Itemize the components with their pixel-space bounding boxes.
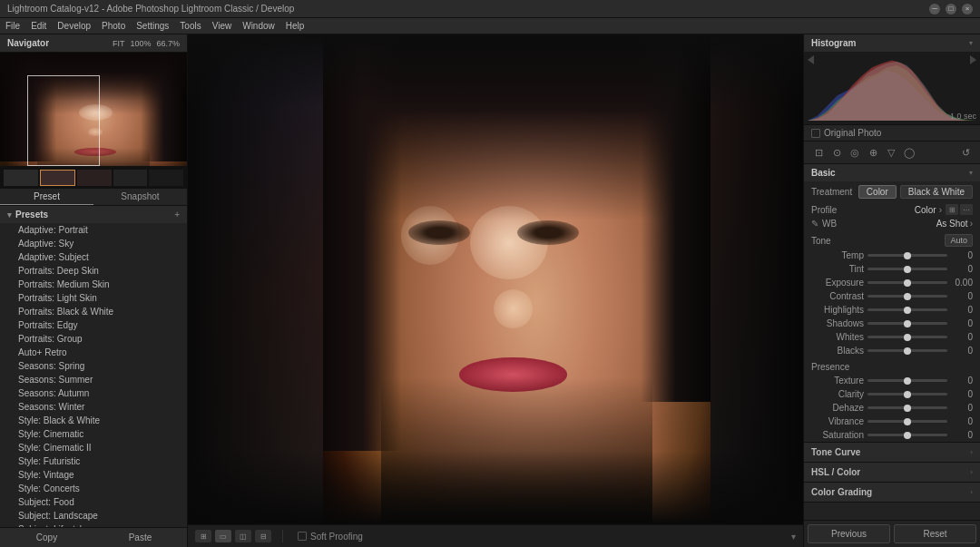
exposure-thumb[interactable] <box>904 279 911 287</box>
texture-thumb[interactable] <box>904 377 911 385</box>
preset-portraits-edgy[interactable]: Portraits: Edgy <box>0 318 187 332</box>
paste-button[interactable]: Paste <box>93 528 187 547</box>
menu-develop[interactable]: Develop <box>57 21 91 31</box>
original-photo-checkbox[interactable] <box>811 129 820 138</box>
clarity-slider[interactable] <box>867 393 947 396</box>
highlights-thumb[interactable] <box>904 307 911 314</box>
soft-proofing-toggle[interactable]: Soft Proofing <box>298 532 363 542</box>
zoom-fit[interactable]: FIT <box>113 39 125 48</box>
menu-edit[interactable]: Edit <box>31 21 46 31</box>
spot-removal-tool[interactable]: ⊙ <box>828 145 846 160</box>
hsl-color-section[interactable]: HSL / Color › <box>804 463 980 483</box>
preset-style-vintage[interactable]: Style: Vintage <box>0 468 187 482</box>
texture-slider[interactable] <box>867 379 947 382</box>
basic-header[interactable]: Basic ▾ <box>804 164 980 181</box>
preset-portraits-medium[interactable]: Portraits: Medium Skin <box>0 278 187 291</box>
expand-button[interactable]: ▾ <box>791 532 796 542</box>
preset-adaptive-subject[interactable]: Adaptive: Subject <box>0 250 187 264</box>
minimize-button[interactable]: ─ <box>929 4 940 15</box>
menu-file[interactable]: File <box>5 21 20 31</box>
whites-slider[interactable] <box>867 336 947 338</box>
tone-curve-section[interactable]: Tone Curve › <box>804 443 980 463</box>
loupe-view-icon[interactable]: ▭ <box>215 530 231 542</box>
preset-style-bw[interactable]: Style: Black & White <box>0 414 187 427</box>
reset-button[interactable]: Reset <box>894 524 976 543</box>
soft-proofing-checkbox[interactable] <box>298 532 307 541</box>
treatment-bw-btn[interactable]: Black & White <box>900 185 973 199</box>
dehaze-slider[interactable] <box>867 406 947 409</box>
shadows-slider[interactable] <box>867 322 947 325</box>
preset-subject-landscape[interactable]: Subject: Landscape <box>0 509 187 523</box>
wb-eyedropper-icon[interactable]: ✎ <box>811 219 818 229</box>
preset-seasons-autumn[interactable]: Seasons: Autumn <box>0 386 187 400</box>
film-item-5[interactable] <box>149 170 183 186</box>
histogram-header[interactable]: Histogram ▾ <box>804 34 980 52</box>
temp-thumb[interactable] <box>904 252 911 259</box>
presets-header[interactable]: ▾ Presets + <box>0 206 187 223</box>
tint-slider[interactable] <box>867 268 947 270</box>
preset-seasons-winter[interactable]: Seasons: Winter <box>0 400 187 414</box>
compare-view-icon[interactable]: ◫ <box>235 530 251 542</box>
vibrance-thumb[interactable] <box>904 418 911 425</box>
original-photo-row[interactable]: Original Photo <box>804 125 980 142</box>
tint-thumb[interactable] <box>904 266 911 273</box>
graduated-filter-tool[interactable]: ▽ <box>882 145 900 160</box>
blacks-thumb[interactable] <box>904 347 911 355</box>
preset-style-concerts[interactable]: Style: Concerts <box>0 482 187 495</box>
preset-portraits-bw[interactable]: Portraits: Black & White <box>0 305 187 318</box>
preset-adaptive-portrait[interactable]: Adaptive: Portrait <box>0 223 187 237</box>
menu-window[interactable]: Window <box>242 21 275 31</box>
profile-grid-icon[interactable]: ⊞ <box>946 204 958 215</box>
vibrance-slider[interactable] <box>867 420 947 423</box>
profile-settings-icon[interactable]: ⋯ <box>960 204 973 215</box>
menu-photo[interactable]: Photo <box>102 21 125 31</box>
menu-view[interactable]: View <box>212 21 232 31</box>
blacks-slider[interactable] <box>867 349 947 352</box>
film-item-4[interactable] <box>113 170 148 186</box>
film-item-1[interactable] <box>4 170 38 186</box>
preset-portraits-light[interactable]: Portraits: Light Skin <box>0 291 187 305</box>
temp-slider[interactable] <box>867 254 947 257</box>
clarity-thumb[interactable] <box>904 391 911 398</box>
contrast-thumb[interactable] <box>904 293 911 300</box>
grid-view-icon[interactable]: ⊞ <box>195 530 211 542</box>
survey-view-icon[interactable]: ⊟ <box>255 530 271 542</box>
menu-tools[interactable]: Tools <box>180 21 201 31</box>
preset-style-cinematic[interactable]: Style: Cinematic <box>0 427 187 441</box>
crop-tool[interactable]: ⊡ <box>809 145 828 160</box>
treatment-color-btn[interactable]: Color <box>858 185 897 199</box>
preset-seasons-summer[interactable]: Seasons: Summer <box>0 373 187 386</box>
preset-adaptive-sky[interactable]: Adaptive: Sky <box>0 237 187 250</box>
clipping-left[interactable] <box>808 55 814 64</box>
tab-preset[interactable]: Preset <box>0 189 93 205</box>
menu-settings[interactable]: Settings <box>136 21 169 31</box>
preset-portraits-group[interactable]: Portraits: Group <box>0 332 187 346</box>
dehaze-thumb[interactable] <box>904 405 911 412</box>
whites-thumb[interactable] <box>904 334 911 341</box>
preset-seasons-spring[interactable]: Seasons: Spring <box>0 359 187 373</box>
zoom-100[interactable]: 100% <box>130 39 151 48</box>
previous-button[interactable]: Previous <box>808 524 890 543</box>
navigator-header[interactable]: Navigator FIT 100% 66.7% <box>0 34 187 53</box>
preset-style-cinematic2[interactable]: Style: Cinematic II <box>0 441 187 454</box>
exposure-slider[interactable] <box>867 281 947 284</box>
history-tool[interactable]: ↺ <box>956 145 975 160</box>
film-item-3[interactable] <box>77 170 112 186</box>
shadows-thumb[interactable] <box>904 320 911 327</box>
highlights-slider[interactable] <box>867 308 947 311</box>
contrast-slider[interactable] <box>867 295 947 298</box>
preset-style-futuristic[interactable]: Style: Futuristic <box>0 454 187 468</box>
presets-add[interactable]: + <box>174 210 180 220</box>
film-item-2[interactable] <box>40 170 76 186</box>
masking-tool[interactable]: ⊕ <box>864 145 882 160</box>
saturation-slider[interactable] <box>867 434 947 436</box>
menu-help[interactable]: Help <box>286 21 305 31</box>
preset-portraits-deep[interactable]: Portraits: Deep Skin <box>0 264 187 278</box>
maximize-button[interactable]: □ <box>946 4 956 15</box>
color-grading-section[interactable]: Color Grading › <box>804 483 980 503</box>
preset-auto-retro[interactable]: Auto+ Retro <box>0 346 187 359</box>
redeye-tool[interactable]: ◎ <box>846 145 864 160</box>
close-button[interactable]: × <box>962 4 973 15</box>
preset-subject-food[interactable]: Subject: Food <box>0 495 187 509</box>
copy-button[interactable]: Copy <box>0 528 93 547</box>
